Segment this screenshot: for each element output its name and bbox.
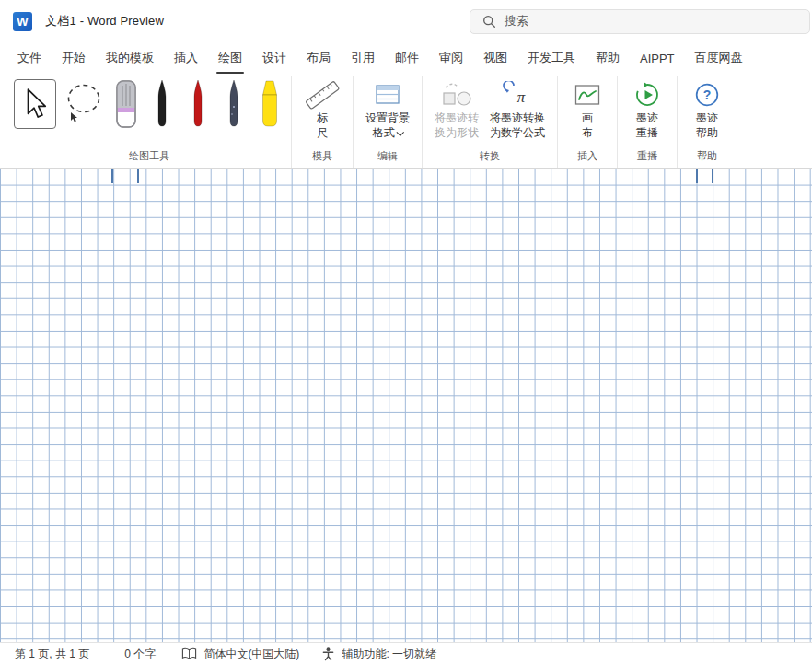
tool-highlighter[interactable] bbox=[255, 79, 284, 129]
search-icon bbox=[482, 15, 496, 29]
ribbon: 绘图工具 bbox=[0, 74, 812, 169]
ink-replay-icon bbox=[633, 81, 661, 109]
tab-home[interactable]: 开始 bbox=[52, 42, 96, 74]
ink-to-shape-label-line1: 将墨迹转 bbox=[435, 111, 479, 125]
status-bar: 第 1 页, 共 1 页 0 个字 简体中文(中国大陆) 辅助功能: 一切就绪 bbox=[0, 642, 812, 665]
tab-layout[interactable]: 布局 bbox=[296, 42, 341, 74]
ink-help-icon: ? bbox=[694, 82, 720, 108]
ink-to-math-label-line1: 将墨迹转换 bbox=[490, 111, 545, 125]
tab-view[interactable]: 视图 bbox=[473, 42, 517, 74]
ink-help-label-line2: 帮助 bbox=[696, 126, 718, 140]
format-background-label-line1: 设置背景 bbox=[365, 111, 410, 125]
tab-draw[interactable]: 绘图 bbox=[208, 42, 252, 74]
group-label-stencils: 模具 bbox=[298, 147, 346, 168]
pen-black-icon bbox=[150, 79, 174, 129]
tab-references[interactable]: 引用 bbox=[341, 42, 385, 74]
group-label-edit: 编辑 bbox=[360, 147, 415, 168]
ruler-label-line2: 尺 bbox=[317, 126, 328, 140]
group-label-convert: 转换 bbox=[429, 147, 551, 168]
ink-to-shape-icon bbox=[439, 81, 474, 109]
canvas-button[interactable]: 画 布 bbox=[564, 77, 610, 144]
status-accessibility[interactable]: 辅助功能: 一切就绪 bbox=[321, 647, 436, 662]
ribbon-group-drawing-tools: 绘图工具 bbox=[7, 76, 292, 168]
tab-design[interactable]: 设计 bbox=[252, 42, 296, 74]
status-page-info[interactable]: 第 1 页, 共 1 页 bbox=[15, 647, 89, 662]
ribbon-tab-bar: 文件 开始 我的模板 插入 绘图 设计 布局 引用 邮件 审阅 视图 开发工具 … bbox=[0, 42, 812, 74]
group-label-replay: 重播 bbox=[624, 147, 670, 168]
ink-help-button[interactable]: ? 墨迹 帮助 bbox=[684, 77, 730, 144]
ink-to-shape-label-line2: 换为形状 bbox=[435, 126, 479, 140]
pen-galaxy-icon bbox=[222, 79, 246, 129]
format-background-label-line2: 格式 bbox=[373, 126, 395, 140]
tool-eraser[interactable] bbox=[111, 79, 141, 129]
ribbon-group-insert: 画 布 插入 bbox=[558, 76, 618, 168]
tab-baidu-netdisk[interactable]: 百度网盘 bbox=[685, 42, 753, 74]
status-accessibility-label: 辅助功能: 一切就绪 bbox=[342, 647, 436, 662]
tab-insert[interactable]: 插入 bbox=[164, 42, 208, 74]
group-label-drawing-tools: 绘图工具 bbox=[14, 147, 284, 168]
canvas-label-line2: 布 bbox=[582, 126, 593, 140]
ruler-label-line1: 标 bbox=[317, 111, 328, 125]
group-label-insert: 插入 bbox=[564, 147, 610, 168]
drawing-canvas-icon bbox=[574, 82, 601, 108]
ribbon-group-replay: 墨迹 重播 重播 bbox=[618, 76, 678, 168]
tab-help[interactable]: 帮助 bbox=[586, 42, 630, 74]
tab-mailings[interactable]: 邮件 bbox=[385, 42, 429, 74]
titlebar: W 文档1 - Word Preview 搜索 bbox=[0, 0, 812, 42]
pen-red-icon bbox=[186, 79, 210, 129]
search-placeholder: 搜索 bbox=[505, 13, 528, 29]
format-background-icon bbox=[374, 81, 401, 109]
ink-help-label-line1: 墨迹 bbox=[696, 111, 718, 125]
eraser-icon bbox=[114, 79, 138, 129]
proofing-book-icon bbox=[181, 648, 197, 660]
tool-select[interactable] bbox=[14, 79, 56, 129]
accessibility-person-icon bbox=[321, 647, 335, 661]
word-app-icon[interactable]: W bbox=[13, 12, 32, 31]
highlighter-icon bbox=[257, 79, 283, 129]
ribbon-group-convert: 将墨迹转 换为形状 π 将墨迹转换 为数学公式 转换 bbox=[423, 76, 558, 168]
tab-developer[interactable]: 开发工具 bbox=[517, 42, 586, 74]
tab-my-templates[interactable]: 我的模板 bbox=[96, 42, 164, 74]
tab-aippt[interactable]: AIPPT bbox=[630, 42, 685, 74]
tab-file[interactable]: 文件 bbox=[7, 42, 52, 74]
lasso-select-icon bbox=[64, 79, 104, 129]
chevron-down-icon bbox=[397, 128, 404, 135]
ink-replay-label-line1: 墨迹 bbox=[636, 111, 658, 125]
ink-to-math-icon: π bbox=[501, 81, 534, 109]
word-window: W 文档1 - Word Preview 搜索 文件 开始 我的模板 插入 绘图… bbox=[0, 0, 812, 665]
ribbon-group-edit: 设置背景 格式 编辑 bbox=[354, 76, 423, 168]
select-cursor-icon bbox=[21, 88, 49, 121]
ink-to-shape-button[interactable]: 将墨迹转 换为形状 bbox=[429, 77, 484, 144]
grid-mark-left bbox=[111, 169, 139, 183]
tool-pen-galaxy[interactable] bbox=[219, 79, 249, 129]
svg-text:?: ? bbox=[703, 88, 712, 102]
canvas-label-line1: 画 bbox=[582, 111, 593, 125]
tool-pen-black[interactable] bbox=[147, 79, 177, 129]
ink-to-math-button[interactable]: π 将墨迹转换 为数学公式 bbox=[484, 77, 551, 144]
ink-replay-button[interactable]: 墨迹 重播 bbox=[624, 77, 670, 144]
document-title: 文档1 - Word Preview bbox=[45, 13, 164, 29]
status-language-label: 简体中文(中国大陆) bbox=[203, 647, 299, 662]
search-input[interactable]: 搜索 bbox=[470, 9, 810, 34]
tab-review[interactable]: 审阅 bbox=[429, 42, 473, 74]
ink-replay-label-line2: 重播 bbox=[636, 126, 658, 140]
format-background-button[interactable]: 设置背景 格式 bbox=[360, 77, 415, 144]
group-label-help: 帮助 bbox=[684, 147, 730, 168]
grid-mark-right bbox=[696, 169, 713, 183]
ribbon-group-help: ? 墨迹 帮助 帮助 bbox=[678, 76, 737, 168]
tool-lasso[interactable] bbox=[63, 79, 105, 129]
status-word-count[interactable]: 0 个字 bbox=[124, 647, 156, 662]
svg-text:π: π bbox=[517, 88, 526, 106]
ruler-button[interactable]: 标 尺 bbox=[298, 77, 346, 144]
ribbon-group-stencils: 标 尺 模具 bbox=[292, 76, 354, 168]
tool-pen-red[interactable] bbox=[183, 79, 213, 129]
ruler-icon bbox=[304, 80, 341, 110]
document-canvas[interactable] bbox=[0, 169, 812, 642]
ink-to-math-label-line2: 为数学公式 bbox=[490, 126, 545, 140]
status-language[interactable]: 简体中文(中国大陆) bbox=[181, 647, 299, 662]
